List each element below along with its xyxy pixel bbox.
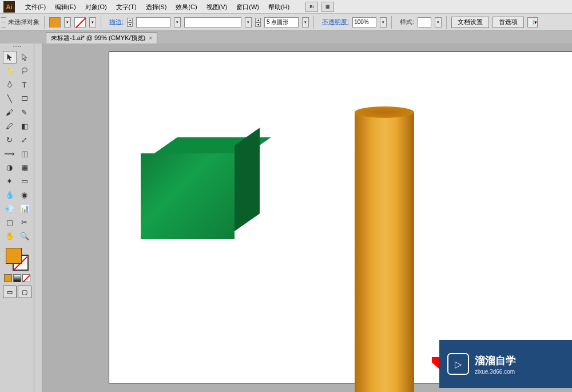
watermark-badge: ▷ 溜溜自学 zixue.3d66.com [439,340,572,388]
perspective-grid-tool[interactable]: ▦ [18,161,31,173]
divider [101,16,101,29]
close-icon[interactable]: × [149,35,152,41]
svg-point-0 [22,68,27,72]
stroke-dropdown[interactable]: ▾ [89,17,96,27]
document-tabs-area: 未标题-1.ai* @ 99% (CMYK/预览) × [0,31,572,43]
divider [44,16,45,29]
blob-brush-tool[interactable]: 🖊 [3,120,17,132]
play-icon: ▷ [447,353,469,375]
menu-select[interactable]: 选择(S) [141,0,172,14]
brush-definition-input[interactable] [184,17,241,27]
opacity-input[interactable] [352,17,376,27]
stroke-profile-dropdown[interactable]: ▾ [302,17,309,27]
stroke-weight-input[interactable] [136,17,170,27]
lasso-tool[interactable] [18,65,31,77]
type-tool[interactable]: T [18,78,31,91]
panel-grip-icon[interactable] [2,46,32,49]
divider [391,16,392,29]
fill-stroke-swatches[interactable] [5,247,30,272]
rotate-tool[interactable]: ↻ [3,133,17,146]
mesh-tool[interactable]: ✦ [3,175,17,187]
menu-type[interactable]: 文字(T) [112,0,141,14]
document-tab[interactable]: 未标题-1.ai* @ 99% (CMYK/预览) × [46,32,157,43]
watermark-title: 溜溜自学 [475,354,516,367]
panel-collapse-strip[interactable] [34,43,42,392]
canvas-area[interactable]: ▷ 溜溜自学 zixue.3d66.com [34,43,572,392]
graph-tool[interactable]: 📊 [18,202,31,215]
grip-icon[interactable] [1,15,6,30]
line-tool[interactable]: ╲ [3,92,17,105]
rectangle-tool[interactable] [18,92,31,105]
menu-view[interactable]: 视图(V) [202,0,232,14]
color-mode-none[interactable] [22,274,30,282]
brush-tool[interactable]: 🖌 [3,106,17,118]
shape-builder-tool[interactable]: ◑ [3,161,17,173]
pen-tool[interactable] [3,78,17,91]
selection-status-label: 未选择对象 [8,18,39,26]
screen-mode-normal[interactable]: ▭ [3,286,17,298]
color-mode-gradient[interactable] [13,274,21,282]
profile-spinner[interactable]: ▴▾ [255,18,261,27]
free-transform-tool[interactable]: ◫ [18,147,31,160]
color-mode-solid[interactable] [4,274,12,282]
width-tool[interactable]: ⟿ [3,147,17,160]
app-logo: Ai [3,1,15,13]
menu-edit[interactable]: 编辑(E) [50,0,81,14]
slice-tool[interactable]: ✂ [18,216,31,228]
hand-tool[interactable]: ✋ [3,229,17,242]
fill-swatch[interactable] [49,17,61,27]
symbol-sprayer-tool[interactable]: 💨 [3,202,17,215]
divider [446,16,447,29]
svg-rect-1 [22,97,27,101]
stroke-label-link[interactable]: 描边: [109,18,124,26]
menubar: Ai 文件(F) 编辑(E) 对象(O) 文字(T) 选择(S) 效果(C) 视… [0,0,572,14]
eraser-tool[interactable]: ◧ [18,120,31,132]
graphic-style-dropdown[interactable]: ▾ [435,17,442,27]
stroke-swatch[interactable] [74,17,86,27]
preferences-button[interactable]: 首选项 [492,17,524,28]
magic-wand-tool[interactable]: ✨ [3,65,17,77]
grip-icon [36,45,41,49]
screen-mode-full[interactable]: ▢ [18,286,31,298]
opacity-dropdown[interactable]: ▾ [380,17,387,27]
options-bar: 未选择对象 ▾ ▾ 描边: ▴▾ ▾ ▾ ▴▾ ▾ 不透明度: ▾ 样式: ▾ … [0,14,572,31]
zoom-tool[interactable]: 🔍 [18,229,31,242]
stroke-weight-dropdown[interactable]: ▾ [174,17,181,27]
gradient-tool[interactable]: ▭ [18,175,31,187]
menu-effect[interactable]: 效果(C) [171,0,201,14]
blend-tool[interactable]: ◉ [18,188,31,201]
selection-tool[interactable] [3,51,17,64]
tools-panel: ✨ T ╲ 🖌 ✎ 🖊 ◧ ↻ ⤢ ⟿ ◫ ◑ ▦ [0,43,34,392]
align-menu-button[interactable]: 📑▾ [527,17,538,27]
bridge-button[interactable]: Br [305,2,318,12]
scale-tool[interactable]: ⤢ [18,133,31,146]
workspace: ✨ T ╲ 🖌 ✎ 🖊 ◧ ↻ ⤢ ⟿ ◫ ◑ ▦ [0,43,572,392]
divider [313,16,314,29]
graphic-style-swatch[interactable] [418,17,431,27]
toolbox-fill-swatch[interactable] [6,248,22,264]
pencil-tool[interactable]: ✎ [18,106,31,118]
watermark-url: zixue.3d66.com [475,369,516,375]
document-setup-button[interactable]: 文档设置 [451,17,489,28]
stroke-weight-spinner[interactable]: ▴▾ [127,18,133,27]
artboard-tool[interactable]: ▢ [3,216,17,228]
menu-help[interactable]: 帮助(H) [264,0,294,14]
fill-dropdown[interactable]: ▾ [64,17,71,27]
menu-object[interactable]: 对象(O) [81,0,112,14]
direct-selection-tool[interactable] [18,51,31,64]
menu-window[interactable]: 窗口(W) [232,0,264,14]
opacity-label-link[interactable]: 不透明度: [322,18,349,26]
brush-definition-dropdown[interactable]: ▾ [245,17,252,27]
document-tab-title: 未标题-1.ai* @ 99% (CMYK/预览) [51,34,145,42]
menu-file[interactable]: 文件(F) [21,0,50,14]
style-label: 样式: [400,18,414,26]
arrange-button[interactable]: ▦ [321,2,334,12]
stroke-profile-input[interactable] [264,17,299,27]
eyedropper-tool[interactable]: 💧 [3,188,17,201]
